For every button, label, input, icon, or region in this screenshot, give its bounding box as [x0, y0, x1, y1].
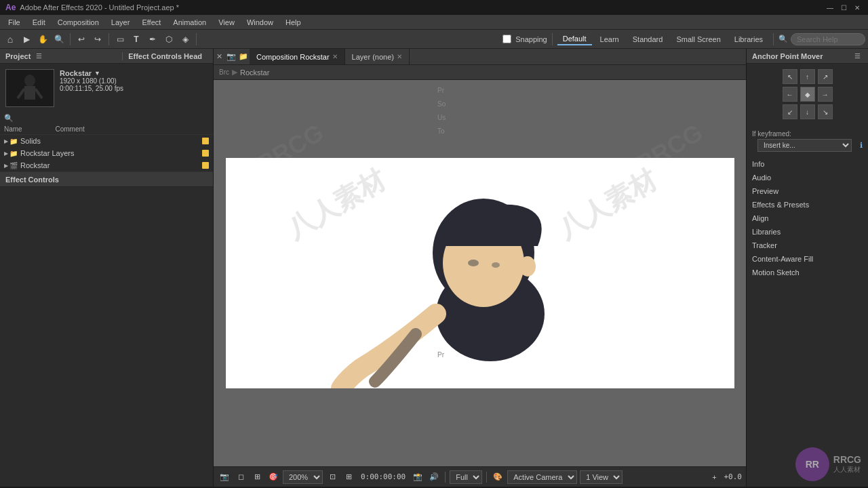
character-illustration: 八人素材 八人素材 — [226, 158, 734, 388]
anchor-bottom[interactable]: ↓ — [800, 104, 815, 119]
pen-tool[interactable]: ✒ — [145, 32, 160, 47]
project-search-area: 🔍 — [0, 113, 213, 124]
sep3 — [196, 33, 197, 45]
viewer-label-pr: Pr — [437, 87, 444, 94]
title-bar: Ae Adobe After Effects 2020 - Untitled P… — [0, 0, 868, 15]
right-panel-preview[interactable]: Preview — [747, 184, 868, 198]
color-swatch-rockstar — [202, 162, 209, 169]
tab-close-comp[interactable]: ✕ — [332, 53, 338, 60]
vc-sep2 — [486, 472, 487, 483]
home-tool[interactable]: ⌂ — [3, 32, 18, 47]
expand-arrow-rockstar: ▶ — [4, 163, 8, 169]
zoom-dropdown[interactable]: 200% — [283, 470, 323, 484]
anchor-left[interactable]: ← — [783, 87, 797, 102]
sep2 — [108, 33, 109, 45]
right-panel-align[interactable]: Align — [747, 211, 868, 225]
right-panel-libraries[interactable]: Libraries — [747, 225, 868, 239]
center-area: ✕ 📷 📁 Composition Rockstar ✕ Layer (none… — [214, 49, 746, 487]
viewer-color[interactable]: 🎨 — [491, 470, 505, 484]
workspace-libraries[interactable]: Libraries — [729, 34, 768, 45]
viewer-play[interactable]: 📸 — [411, 470, 425, 484]
zoom-tool[interactable]: 🔍 — [52, 32, 66, 47]
camera-dropdown[interactable]: Active Camera — [507, 470, 577, 484]
tab-close-layer[interactable]: ✕ — [397, 53, 402, 60]
viewer-plus-value: +0.0 — [724, 472, 743, 481]
menu-composition[interactable]: Composition — [52, 17, 104, 28]
anchor-menu-btn[interactable]: ☰ — [852, 51, 863, 62]
viewer-grid[interactable]: ⊞ — [342, 470, 355, 484]
hand-tool[interactable]: ✋ — [35, 32, 50, 47]
right-panel-audio[interactable]: Audio — [747, 171, 868, 184]
anchor-right[interactable]: → — [818, 87, 833, 102]
project-menu-btn[interactable]: ☰ — [33, 51, 44, 62]
tab-composition-rockstar[interactable]: Composition Rockstar ✕ — [250, 49, 345, 64]
right-panel-content-aware[interactable]: Content-Aware Fill — [747, 252, 868, 266]
project-thumbnail-area: Rockstar ▼ 1920 x 1080 (1.00) 0:00:11:15… — [0, 64, 213, 113]
comp-dropdown-arrow[interactable]: ▼ — [94, 70, 100, 77]
menu-window[interactable]: Window — [241, 17, 279, 28]
svg-point-14 — [492, 262, 500, 268]
workspace-small[interactable]: Small Screen — [671, 34, 726, 45]
menu-view[interactable]: View — [213, 17, 240, 28]
anchor-bottomright[interactable]: ↘ — [818, 104, 833, 119]
maximize-btn[interactable]: ☐ — [838, 2, 849, 13]
effect-controls-header: Effect Controls — [0, 172, 213, 187]
breadcrumb-sep: ▶ — [232, 68, 237, 77]
right-panel-tracker[interactable]: Tracker — [747, 239, 868, 252]
viewer-ctrl-2[interactable]: ◻ — [234, 470, 248, 484]
select-tool[interactable]: ▶ — [19, 32, 34, 47]
quality-dropdown[interactable]: Full — [450, 470, 482, 484]
project-item-rockstar-layers[interactable]: ▶ 📁 Rockstar Layers — [0, 147, 213, 159]
project-item-rockstar[interactable]: ▶ 🎬 Rockstar — [0, 159, 213, 171]
undo-tool[interactable]: ↩ — [74, 32, 89, 47]
keyframe-info-icon[interactable]: ℹ — [860, 141, 863, 150]
viewer-ctrl-3[interactable]: ⊞ — [250, 470, 264, 484]
clone-tool[interactable]: ◈ — [178, 32, 193, 47]
shape-tool[interactable]: ▭ — [113, 32, 127, 47]
redo-tool[interactable]: ↪ — [90, 32, 105, 47]
snapping-checkbox[interactable] — [502, 35, 511, 43]
text-tool[interactable]: T — [129, 32, 144, 47]
search-input[interactable] — [791, 33, 865, 45]
workspace-learn[interactable]: Learn — [595, 34, 625, 45]
anchor-topleft[interactable]: ↖ — [783, 69, 797, 84]
right-panel-motion-sketch[interactable]: Motion Sketch — [747, 266, 868, 279]
menu-animation[interactable]: Animation — [167, 17, 212, 28]
anchor-row-bottom: ↙ ↓ ↘ — [752, 104, 863, 119]
menu-effect[interactable]: Effect — [136, 17, 166, 28]
menu-layer[interactable]: Layer — [106, 17, 136, 28]
anchor-topright[interactable]: ↗ — [818, 69, 833, 84]
viewer-zoom-in[interactable]: + — [708, 470, 722, 484]
keyframe-select[interactable]: Insert ke... — [757, 139, 852, 152]
anchor-top[interactable]: ↑ — [800, 69, 815, 84]
comp-tab-icon: ✕ — [214, 52, 225, 61]
composition-tabs: ✕ 📷 📁 Composition Rockstar ✕ Layer (none… — [214, 49, 746, 65]
close-btn[interactable]: ✕ — [852, 2, 863, 13]
expand-arrow-layers: ▶ — [4, 150, 8, 157]
menu-file[interactable]: File — [3, 17, 26, 28]
workspace-standard[interactable]: Standard — [627, 34, 669, 45]
rrcg-watermark: RR RRCG 人人素材 — [795, 447, 861, 481]
thumbnail-svg — [9, 73, 50, 104]
menu-help[interactable]: Help — [280, 17, 307, 28]
workspace-default[interactable]: Default — [557, 33, 592, 45]
color-swatch-solids — [202, 138, 209, 144]
viewer-fit[interactable]: ⊡ — [326, 470, 339, 484]
viewer-preview[interactable]: 🔊 — [427, 470, 441, 484]
project-item-solids[interactable]: ▶ 📁 Solids — [0, 135, 213, 147]
viewer-ctrl-4[interactable]: 🎯 — [267, 470, 280, 484]
comp-name: Rockstar ▼ — [60, 69, 123, 77]
anchor-center[interactable]: ◆ — [800, 87, 815, 102]
breadcrumb-current: Rockstar — [240, 68, 269, 77]
minimize-btn[interactable]: — — [825, 2, 835, 13]
right-panel-info[interactable]: Info — [747, 157, 868, 171]
window-controls[interactable]: — ☐ ✕ — [825, 2, 863, 13]
effect-controls-tab[interactable]: Effect Controls Head — [122, 52, 208, 60]
view-dropdown[interactable]: 1 View — [580, 470, 623, 484]
right-panel-effects-presets[interactable]: Effects & Presets — [747, 198, 868, 211]
tab-layer-none[interactable]: Layer (none) ✕ — [345, 49, 410, 64]
brush-tool[interactable]: ⬡ — [161, 32, 176, 47]
viewer-ctrl-1[interactable]: 📷 — [218, 470, 231, 484]
menu-edit[interactable]: Edit — [27, 17, 51, 28]
anchor-bottomleft[interactable]: ↙ — [783, 104, 797, 119]
